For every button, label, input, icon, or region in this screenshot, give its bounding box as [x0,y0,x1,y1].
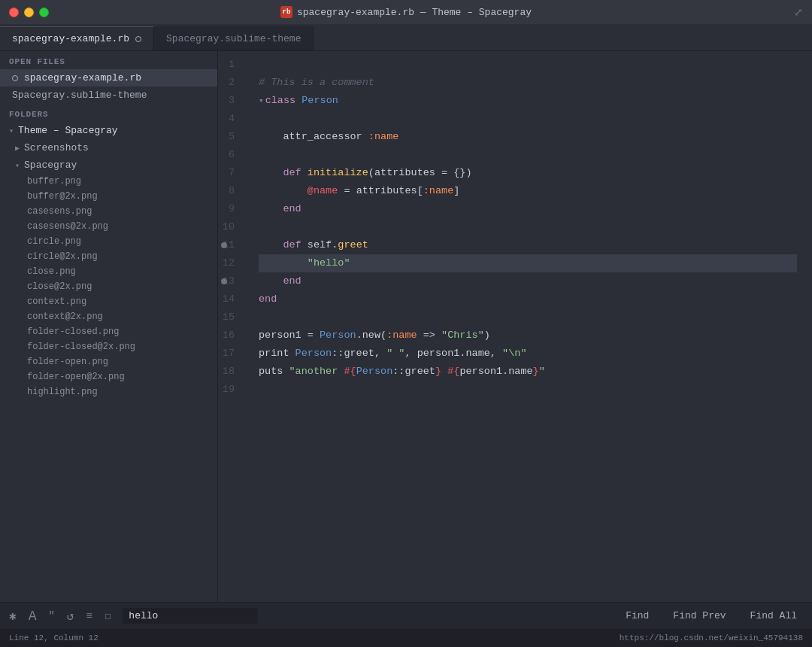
code-text: => [417,327,441,345]
tab-label: Spacegray.sublime-theme [166,33,301,44]
code-editor[interactable]: 1 2 3 4 5 6 7 8 9 10 11 12 13 14 [218,51,812,602]
interpolation: #{ [344,363,356,381]
line-num-18: 18 [218,363,244,381]
maximize-button[interactable] [39,8,49,17]
quote-icon[interactable]: " [48,610,54,622]
tab-modified-indicator [135,36,141,42]
file-casesens-png[interactable]: casesens.png [0,204,217,219]
code-indent [259,182,308,200]
folders-heading: FOLDERS [0,104,217,122]
code-area: 1 2 3 4 5 6 7 8 9 10 11 12 13 14 [218,51,812,602]
line-num-1: 1 [218,56,244,74]
line-num-19: 19 [218,381,244,399]
keyword-def: def [283,236,307,254]
method-name: greet [338,236,368,254]
code-indent [259,272,283,290]
find-button[interactable]: Find [620,609,655,623]
code-line-8: @name = attributes[ :name ] [259,182,797,200]
find-input[interactable] [123,608,258,624]
tab-bar: spacegray-example.rb Spacegray.sublime-t… [0,24,812,51]
code-line-7: def initialize (attributes = {}) [259,164,797,182]
code-line-16: person1 = Person .new( :name => "Chris" … [259,327,797,345]
string-value: "Chris" [441,327,484,345]
file-casesens2x-png[interactable]: casesens@2x.png [0,219,217,234]
code-indent [259,236,283,254]
file-folder-closed2x-png[interactable]: folder-closed@2x.png [0,339,217,354]
line-num-4: 4 [218,110,244,128]
asterisk-icon[interactable]: ✱ [9,609,17,624]
sidebar-item-sublime-theme[interactable]: Spacegray.sublime-theme [0,87,217,104]
code-text: person1.name [459,363,532,381]
file-name: Spacegray.sublime-theme [12,90,147,101]
line-num-2: 2 [218,74,244,92]
title-text: spacegray-example.rb — Theme – Spacegray [297,7,532,18]
line-num-8: 8 [218,182,244,200]
code-content[interactable]: # This is a comment ▾ class Person attr_… [256,56,812,597]
file-folder-closed-png[interactable]: folder-closed.png [0,324,217,339]
keyword-end: end [283,200,301,218]
interpolation-close: } [435,363,441,381]
code-text: = attributes[ [338,182,423,200]
file-folder-open-png[interactable]: folder-open.png [0,354,217,369]
code-indent [259,200,283,218]
code-text: self. [308,236,338,254]
breakpoint-indicator [221,242,227,248]
line-num-16: 16 [218,327,244,345]
box-icon[interactable]: ☐ [105,609,111,622]
window-controls [9,8,49,17]
lines-icon[interactable]: ≡ [86,610,92,622]
file-context-png[interactable]: context.png [0,294,217,309]
find-all-button[interactable]: Find All [744,609,803,623]
file-close2x-png[interactable]: close@2x.png [0,279,217,294]
main-area: OPEN FILES spacegray-example.rb Spacegra… [0,51,812,602]
find-prev-button[interactable]: Find Prev [667,609,732,623]
string-value: "\n" [502,345,526,363]
cursor-position: Line 12, Column 12 [9,633,98,642]
file-circle2x-png[interactable]: circle@2x.png [0,249,217,264]
code-line-10 [259,218,797,236]
code-text: .new( [356,327,387,345]
constant-name: Person [295,345,332,363]
code-line-9: end [259,200,797,218]
line-num-11: 11 [218,236,244,254]
minimize-button[interactable] [24,8,34,17]
file-context2x-png[interactable]: context@2x.png [0,309,217,324]
line-num-15: 15 [218,308,244,327]
open-files-heading: OPEN FILES [0,51,217,69]
file-circle-png[interactable]: circle.png [0,234,217,249]
file-buffer-png[interactable]: buffer.png [0,174,217,189]
file-type-icon: rb [280,6,292,18]
tab-sublime-theme[interactable]: Spacegray.sublime-theme [154,26,314,50]
file-folder-open2x-png[interactable]: folder-open@2x.png [0,369,217,384]
interpolation: #{ [447,363,459,381]
folder-spacegray[interactable]: ▾ Spacegray [0,156,217,174]
fold-arrow-icon[interactable]: ▾ [259,92,264,110]
code-text: puts [259,363,289,381]
code-text: attr_accessor [259,128,368,146]
bottom-toolbar: ✱ A " ↺ ≡ ☐ Find Find Prev Find All [0,602,812,629]
folder-name: Theme – Spacegray [18,125,118,136]
history-icon[interactable]: ↺ [67,609,74,624]
constant-name: Person [320,327,356,345]
code-line-14: end [259,290,797,308]
keyword-def: def [283,164,307,182]
constant-name: Person [356,363,393,381]
folder-screenshots[interactable]: ▶ Screenshots [0,139,217,156]
line-num-3: 3 [218,92,244,110]
line-num-14: 14 [218,290,244,308]
close-button[interactable] [9,8,19,17]
breakpoint-indicator [221,278,227,284]
line-num-10: 10 [218,218,244,236]
code-line-12: "hello" [259,254,797,272]
folder-theme-spacegray[interactable]: ▾ Theme – Spacegray [0,122,217,139]
keyword-end: end [259,290,277,308]
file-highlight-png[interactable]: highlight.png [0,384,217,399]
tab-spacegray-example[interactable]: spacegray-example.rb [0,26,154,50]
font-icon[interactable]: A [29,609,37,624]
string-value: " " [386,345,404,363]
file-close-png[interactable]: close.png [0,264,217,279]
sidebar-item-spacegray-example[interactable]: spacegray-example.rb [0,69,217,87]
string-value: "another [289,363,344,381]
expand-icon[interactable]: ⤢ [794,6,803,19]
file-buffer2x-png[interactable]: buffer@2x.png [0,189,217,204]
